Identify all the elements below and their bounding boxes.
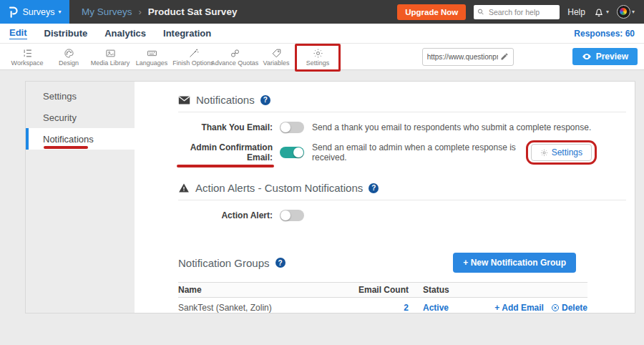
- topbar: Surveys ▾ My Surveys › Product Sat Surve…: [0, 0, 644, 24]
- chevron-right-icon: ›: [139, 6, 142, 17]
- action-alert-toggle[interactable]: [280, 210, 304, 221]
- survey-url-value: https://www.questionpro.com/t/.: [427, 53, 498, 61]
- toolbar-item-media-library[interactable]: Media Library: [89, 47, 131, 67]
- design-palette-icon: [64, 48, 74, 59]
- toolbar-item-variables[interactable]: Variables: [255, 47, 297, 67]
- divider: [178, 112, 626, 112]
- action-alert-label: Action Alert:: [178, 210, 273, 220]
- page-body: Settings Security Notifications Notifica…: [0, 70, 644, 345]
- warning-triangle-icon: [178, 183, 190, 193]
- help-question-icon[interactable]: ?: [275, 258, 286, 268]
- plus-icon: +: [494, 303, 499, 313]
- help-search-box[interactable]: [474, 5, 560, 19]
- action-alerts-section: Action Alerts - Custom Notifications ? A…: [178, 182, 626, 221]
- thank-you-email-row: Thank You Email: Send a thank you email …: [178, 122, 626, 133]
- sidebar-item-settings[interactable]: Settings: [26, 85, 135, 107]
- action-alerts-header: Action Alerts - Custom Notifications ?: [178, 182, 626, 194]
- thank-you-email-toggle[interactable]: [280, 122, 304, 133]
- toolbar-item-finish-options[interactable]: Finish Options: [172, 47, 214, 67]
- breadcrumb: My Surveys › Product Sat Survey: [82, 6, 237, 17]
- group-actions: +Add Email Delete: [473, 303, 587, 313]
- notifications-content: Notifications ? Thank You Email: Send a …: [135, 82, 635, 313]
- topbar-right: Upgrade Now Help ▾ ▾: [397, 4, 644, 20]
- notification-groups-header: Notification Groups ?: [178, 257, 286, 269]
- bell-icon: [593, 6, 605, 18]
- responses-count[interactable]: Responses: 60: [574, 29, 635, 39]
- thank-you-email-label: Thank You Email:: [178, 122, 273, 132]
- divider: [178, 200, 626, 200]
- survey-url-field[interactable]: https://www.questionpro.com/t/.: [422, 48, 514, 66]
- section-title-notification-groups: Notification Groups: [178, 257, 270, 269]
- col-header-name: Name: [178, 285, 358, 295]
- notification-groups-table: Name Email Count Status SankTest (Sanket…: [178, 282, 587, 318]
- product-menu-label: Surveys: [22, 7, 54, 17]
- variables-tag-icon: [271, 48, 282, 59]
- product-switcher[interactable]: Surveys ▾: [0, 0, 69, 24]
- eye-icon: [582, 52, 592, 62]
- annotation-underline-admin-email: [177, 165, 274, 167]
- media-library-icon: [105, 48, 116, 59]
- admin-confirmation-email-desc: Send an email to admin when a complete r…: [312, 142, 531, 162]
- tab-distribute[interactable]: Distribute: [44, 28, 88, 39]
- breadcrumb-current-survey: Product Sat Survey: [148, 6, 238, 17]
- search-icon: [477, 8, 484, 16]
- help-link[interactable]: Help: [567, 7, 585, 17]
- add-email-link[interactable]: +Add Email: [494, 303, 544, 313]
- upgrade-now-button[interactable]: Upgrade Now: [397, 4, 466, 20]
- notifications-section-header: Notifications ?: [178, 94, 626, 106]
- search-input[interactable]: [487, 7, 556, 17]
- toolbar-item-settings[interactable]: Settings: [297, 47, 338, 67]
- annotation-underline-notifications: [44, 146, 88, 149]
- help-question-icon[interactable]: ?: [369, 183, 379, 193]
- sidebar-item-notifications[interactable]: Notifications: [26, 128, 135, 150]
- admin-confirmation-email-toggle[interactable]: [280, 147, 304, 158]
- toolbar-item-advance-quotas[interactable]: Advance Quotas: [214, 47, 255, 67]
- col-header-email-count: Email Count: [358, 285, 409, 295]
- table-header-row: Name Email Count Status: [178, 282, 587, 298]
- preview-button[interactable]: Preview: [572, 48, 638, 65]
- avatar: [617, 5, 630, 19]
- edit-toolbar: Workspace Design Media Library Languages…: [0, 43, 644, 70]
- admin-email-settings-wrap: Settings: [531, 144, 592, 161]
- gear-icon: [540, 149, 548, 157]
- thank-you-email-desc: Send a thank you email to respondents wh…: [312, 122, 591, 132]
- tab-integration[interactable]: Integration: [163, 28, 211, 39]
- col-header-status: Status: [423, 285, 473, 295]
- caret-down-icon: ▾: [606, 9, 609, 15]
- finish-options-wand-icon: [188, 48, 199, 59]
- toolbar-item-languages[interactable]: Languages: [131, 47, 172, 67]
- table-row: SankTest (Sanket, Zolin) 2 Active +Add E…: [178, 298, 587, 318]
- notification-groups-section: Notification Groups ? + New Notification…: [178, 253, 626, 273]
- caret-down-icon: ▾: [59, 9, 62, 15]
- languages-keyboard-icon: [147, 48, 157, 59]
- account-menu[interactable]: ▾: [617, 5, 635, 19]
- admin-email-settings-button[interactable]: Settings: [531, 144, 592, 161]
- toolbar-right: https://www.questionpro.com/t/. Preview: [422, 48, 638, 66]
- toolbar-item-design[interactable]: Design: [48, 47, 89, 67]
- admin-confirmation-email-label: Admin Confirmation Email:: [178, 142, 273, 162]
- group-status-link[interactable]: Active: [423, 303, 473, 313]
- tab-edit[interactable]: Edit: [9, 27, 27, 39]
- admin-confirmation-email-row: Admin Confirmation Email: Send an email …: [178, 142, 626, 162]
- new-notification-group-button[interactable]: + New Notification Group: [453, 253, 576, 273]
- delete-link[interactable]: Delete: [551, 303, 587, 313]
- edit-pencil-icon[interactable]: [500, 52, 509, 61]
- toolbar-item-workspace[interactable]: Workspace: [6, 47, 48, 67]
- delete-circle-icon: [551, 303, 560, 312]
- group-name: SankTest (Sanket, Zolin): [178, 303, 358, 313]
- survey-tabbar: Edit Distribute Analytics Integration Re…: [0, 24, 644, 43]
- envelope-icon: [178, 95, 190, 105]
- section-title-notifications: Notifications: [196, 94, 255, 106]
- settings-panel: Settings Security Notifications Notifica…: [25, 81, 635, 314]
- notifications-bell-menu[interactable]: ▾: [593, 6, 609, 18]
- questionpro-logo-icon: [8, 6, 19, 19]
- group-email-count-link[interactable]: 2: [358, 303, 409, 313]
- breadcrumb-my-surveys[interactable]: My Surveys: [82, 6, 132, 17]
- workspace-icon: [22, 48, 33, 59]
- sidebar-item-security[interactable]: Security: [26, 107, 135, 128]
- help-question-icon[interactable]: ?: [260, 95, 270, 105]
- advance-quotas-chain-icon: [230, 48, 240, 59]
- action-alert-row: Action Alert:: [178, 210, 626, 221]
- settings-side-nav: Settings Security Notifications: [26, 82, 135, 313]
- tab-analytics[interactable]: Analytics: [104, 28, 146, 39]
